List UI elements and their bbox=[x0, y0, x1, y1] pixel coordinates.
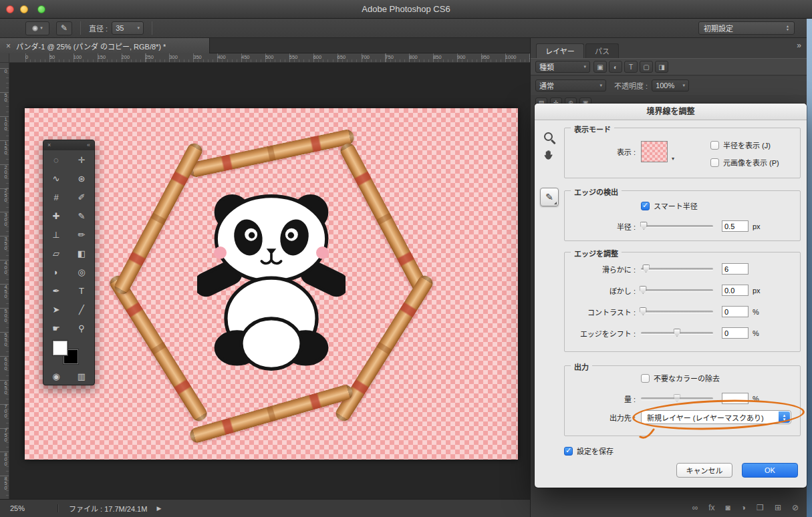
foreground-color-swatch[interactable] bbox=[53, 341, 67, 355]
cancel-button[interactable]: キャンセル bbox=[676, 463, 732, 478]
zoom-tool-icon[interactable]: ⚲ bbox=[69, 319, 94, 337]
healing-brush-tool-icon[interactable]: ✚ bbox=[43, 206, 69, 225]
filter-pixel-layers-icon[interactable]: ▣ bbox=[593, 61, 607, 73]
type-tool-icon[interactable]: T bbox=[69, 281, 94, 300]
filter-kind-combo[interactable]: 種類 ▾ bbox=[535, 61, 590, 73]
radius-input[interactable] bbox=[722, 220, 749, 232]
smart-radius-checkbox[interactable] bbox=[641, 202, 650, 210]
vruler-number-11: 550 bbox=[0, 332, 9, 356]
hand-tool-icon[interactable]: ☛ bbox=[43, 319, 69, 337]
slider-thumb[interactable] bbox=[674, 394, 681, 402]
move-tool-icon[interactable]: ✛ bbox=[69, 150, 94, 169]
dodge-tool-icon[interactable]: ◎ bbox=[69, 263, 94, 281]
zoom-level[interactable]: 25% bbox=[10, 504, 58, 512]
amount-unit: % bbox=[753, 395, 759, 403]
slider-thumb[interactable] bbox=[640, 222, 648, 230]
panel-menu-icon[interactable]: » bbox=[797, 41, 800, 50]
feather-slider[interactable] bbox=[641, 289, 713, 291]
quick-selection-tool-icon[interactable]: ⊛ bbox=[69, 169, 94, 188]
layer-mask-icon[interactable]: ◙ bbox=[726, 503, 730, 512]
tab-layers[interactable]: レイヤー bbox=[536, 43, 584, 58]
refine-radius-tool-button[interactable]: ✎ bbox=[540, 188, 559, 206]
crop-tool-icon[interactable]: # bbox=[43, 188, 69, 206]
clone-stamp-tool-icon[interactable]: ⊥ bbox=[43, 225, 69, 244]
amount-input[interactable] bbox=[722, 393, 749, 404]
amount-slider[interactable] bbox=[641, 397, 713, 399]
hand-tool-icon[interactable] bbox=[543, 149, 555, 161]
shift-edge-unit: % bbox=[753, 329, 759, 337]
contrast-input[interactable] bbox=[722, 306, 749, 317]
output-to-combo[interactable]: 新規レイヤー (レイヤーマスクあり) ▲▼ bbox=[641, 410, 791, 424]
filter-smart-objects-icon[interactable]: ◨ bbox=[655, 61, 668, 73]
document-tab[interactable]: × パンダ-1 @ 25% (パンダ のコピー, RGB/8*) * bbox=[0, 38, 210, 53]
shift-edge-input[interactable] bbox=[722, 327, 749, 339]
blur-tool-icon[interactable]: ◗ bbox=[43, 263, 69, 281]
opacity-combo[interactable]: 100% ▾ bbox=[652, 79, 689, 92]
horizontal-ruler[interactable]: 0501001502002503003504004505005506006507… bbox=[9, 53, 530, 63]
canvas[interactable] bbox=[25, 108, 518, 460]
edge-detection-section: エッジの検出 スマート半径 半径 : px bbox=[564, 190, 801, 241]
vruler-number-8: 400 bbox=[0, 260, 9, 284]
adjustment-layer-icon[interactable]: ◑ bbox=[741, 503, 746, 512]
close-palette-icon[interactable]: × bbox=[47, 140, 51, 150]
blend-mode-combo[interactable]: 通常 ▾ bbox=[535, 79, 606, 92]
line-tool-icon[interactable]: ╱ bbox=[69, 300, 94, 319]
feather-input[interactable] bbox=[722, 285, 749, 296]
filter-adjustment-layers-icon[interactable]: ◐ bbox=[609, 61, 622, 73]
vertical-ruler[interactable]: 0501001502002503003504004505005506006507… bbox=[0, 63, 9, 499]
close-tab-icon[interactable]: × bbox=[6, 41, 11, 51]
feather-unit: px bbox=[753, 287, 761, 295]
contrast-slider[interactable] bbox=[641, 311, 713, 313]
path-selection-tool-icon[interactable]: ➤ bbox=[43, 300, 69, 319]
eyedropper-tool-icon[interactable]: ✐ bbox=[69, 188, 94, 206]
gradient-tool-icon[interactable]: ◧ bbox=[69, 244, 94, 263]
radius-label: 半径 : bbox=[571, 221, 636, 232]
pencil-tool-icon[interactable]: ✏ bbox=[69, 225, 94, 244]
eraser-tool-icon[interactable]: ▱ bbox=[43, 244, 69, 263]
lasso-tool-icon[interactable]: ∿ bbox=[43, 169, 69, 188]
tools-palette-header[interactable]: × « bbox=[43, 140, 94, 150]
view-mode-thumbnail[interactable]: ▾ bbox=[641, 141, 668, 162]
screen-mode-icon[interactable]: ▥ bbox=[69, 368, 94, 385]
link-layers-icon[interactable]: ∞ bbox=[692, 503, 698, 512]
filter-type-layers-icon[interactable]: T bbox=[624, 61, 638, 73]
remember-settings-checkbox[interactable] bbox=[564, 447, 573, 456]
slider-thumb[interactable] bbox=[674, 329, 681, 337]
layer-effects-icon[interactable]: fx bbox=[708, 503, 714, 512]
brush-tool-icon[interactable]: ✎ bbox=[69, 206, 94, 225]
canvas-viewport[interactable]: × « ◌✛∿⊛#✐✚✎⊥✏▱◧◗◎✒T➤╱☛⚲ ◉▥ bbox=[9, 63, 530, 499]
quick-mask-icon[interactable]: ◉ bbox=[43, 368, 69, 385]
slider-thumb[interactable] bbox=[640, 286, 647, 294]
shift-edge-slider[interactable] bbox=[641, 332, 713, 334]
tool-preset-picker[interactable]: ▾ bbox=[25, 21, 49, 35]
divider bbox=[80, 21, 81, 35]
slider-thumb[interactable] bbox=[640, 307, 647, 315]
smooth-input[interactable] bbox=[722, 263, 749, 275]
elliptical-marquee-tool-icon[interactable]: ◌ bbox=[43, 150, 69, 169]
section-title: 出力 bbox=[571, 361, 592, 372]
layer-group-icon[interactable]: ❒ bbox=[757, 503, 764, 512]
vruler-number-0: 0 bbox=[0, 68, 9, 92]
radius-slider[interactable] bbox=[641, 225, 713, 227]
filter-icon-buttons: ▣◐T▢◨ bbox=[593, 61, 668, 73]
show-original-checkbox[interactable] bbox=[710, 158, 719, 167]
delete-layer-icon[interactable]: ⊘ bbox=[792, 503, 799, 512]
tab-paths[interactable]: パス bbox=[585, 43, 619, 58]
show-radius-checkbox[interactable] bbox=[710, 141, 719, 150]
workspace-preset-combo[interactable]: 初期設定 ▲▼ bbox=[698, 21, 795, 35]
zoom-tool-icon[interactable] bbox=[544, 132, 553, 141]
pen-tool-icon[interactable]: ✒ bbox=[43, 281, 69, 300]
slider-thumb[interactable] bbox=[642, 265, 650, 273]
status-expand-arrow[interactable]: ▶ bbox=[156, 505, 161, 512]
ok-button[interactable]: OK bbox=[742, 463, 798, 478]
view-mode-section: 表示モード 表示 : ▾ 半径を表示 (J) 元画像を表示 (P) bbox=[564, 128, 801, 178]
brush-panel-toggle[interactable]: ✎ bbox=[56, 21, 72, 35]
filter-shape-layers-icon[interactable]: ▢ bbox=[640, 61, 653, 73]
collapse-palette-icon[interactable]: « bbox=[87, 140, 90, 150]
new-layer-icon[interactable]: ⊞ bbox=[775, 503, 781, 512]
decontaminate-colors-checkbox[interactable] bbox=[641, 374, 650, 383]
vruler-number-2: 100 bbox=[0, 116, 9, 140]
smooth-slider[interactable] bbox=[641, 268, 713, 270]
brush-diameter-combo[interactable]: 35 ▾ bbox=[112, 21, 144, 35]
tool-grid-extra: ◉▥ bbox=[43, 368, 94, 385]
